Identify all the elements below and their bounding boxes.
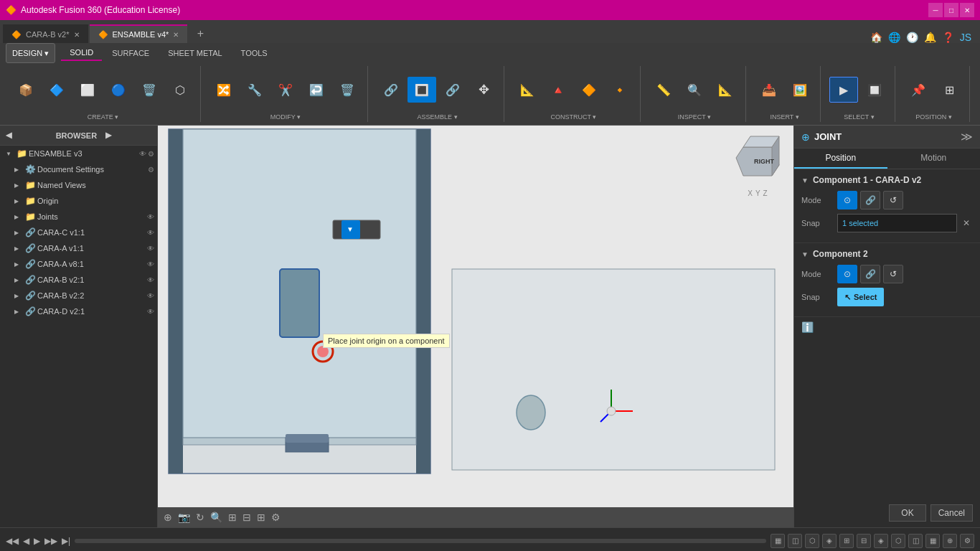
- tree-item-cara-c[interactable]: ▶ 🔗 CARA-C v1:1 👁: [0, 225, 157, 240]
- tab-cara-b[interactable]: 🔶 CARA-B v2* ✕: [3, 24, 88, 43]
- tab-cara-b-close[interactable]: ✕: [74, 31, 80, 39]
- vp-orbit-icon[interactable]: ↻: [196, 512, 204, 523]
- browser-collapse-icon[interactable]: ◀: [6, 131, 52, 140]
- assemble-joint-btn[interactable]: 🔳: [407, 77, 436, 103]
- construct-offset-plane-btn[interactable]: 📐: [513, 77, 542, 103]
- ribbon-tab-solid[interactable]: SOLID: [61, 45, 102, 61]
- tree-eye-cara-d[interactable]: 👁: [147, 308, 154, 316]
- vp-display-icon[interactable]: ⊟: [242, 512, 251, 523]
- anim-icon-1[interactable]: ▦: [771, 534, 785, 548]
- component2-header[interactable]: ▼ Component 2: [801, 249, 973, 259]
- component2-mode-snap-btn[interactable]: ⊙: [837, 265, 857, 283]
- create-hole-btn[interactable]: 🔵: [104, 77, 133, 103]
- assemble-joint-origin-btn[interactable]: 🔗: [438, 77, 467, 103]
- browser-expand-icon[interactable]: ▶: [105, 131, 151, 140]
- tree-eye-cara-b-v2[interactable]: 👁: [147, 292, 154, 300]
- window-controls[interactable]: ─ □ ✕: [928, 3, 974, 17]
- vp-camera-icon[interactable]: 📷: [178, 512, 190, 523]
- insert-canvas-btn[interactable]: 🖼️: [786, 77, 814, 103]
- create-coil-btn[interactable]: ⬡: [166, 77, 194, 103]
- home-icon[interactable]: 🏠: [870, 32, 882, 43]
- network-icon[interactable]: 🌐: [888, 32, 900, 43]
- modify-press-pull-btn[interactable]: 🔀: [209, 77, 238, 103]
- anim-icon-11[interactable]: ⊕: [943, 534, 957, 548]
- tree-item-origin[interactable]: ▶ 📁 Origin: [0, 193, 157, 209]
- vp-settings-icon[interactable]: ⚙: [271, 512, 281, 523]
- maximize-btn[interactable]: □: [944, 3, 958, 17]
- anim-play-icon[interactable]: ▶: [34, 536, 40, 546]
- joint-panel-expand[interactable]: ≫: [961, 130, 973, 143]
- tree-item-doc-settings[interactable]: ▶ ⚙️ Document Settings ⚙: [0, 161, 157, 177]
- modify-combine-btn[interactable]: 🗑️: [333, 77, 362, 103]
- insert-derive-btn[interactable]: 📥: [755, 77, 783, 103]
- nav-axis-y[interactable]: Y: [755, 189, 760, 197]
- tree-item-cara-d[interactable]: ▶ 🔗 CARA-D v2:1 👁: [0, 303, 157, 319]
- tree-item-root[interactable]: ▼ 📁 ENSAMBLE v3 👁 ⚙: [0, 146, 157, 161]
- nav-axis-x[interactable]: X: [748, 189, 753, 197]
- tree-eye-joints[interactable]: 👁: [147, 213, 154, 221]
- ribbon-tab-tools[interactable]: TOOLS: [232, 46, 276, 60]
- help-icon[interactable]: ❓: [942, 32, 954, 43]
- inspect-measure-btn[interactable]: 📏: [649, 77, 678, 103]
- select-box-btn[interactable]: 🔲: [860, 77, 889, 103]
- tree-eye-cara-a-v8[interactable]: 👁: [147, 260, 154, 268]
- component1-mode-link-btn[interactable]: 🔗: [860, 191, 880, 209]
- anim-prev-icon[interactable]: ◀: [23, 536, 29, 546]
- create-extrude-btn[interactable]: 🔷: [42, 77, 71, 103]
- tab-ensamble[interactable]: 🔶 ENSAMBLE v4* ✕: [90, 24, 188, 43]
- minimize-btn[interactable]: ─: [928, 3, 943, 17]
- component2-select-btn[interactable]: ↖ Select: [837, 288, 884, 306]
- construct-axis-btn[interactable]: 🔶: [575, 77, 603, 103]
- bell-icon[interactable]: 🔔: [924, 32, 936, 43]
- nav-axis-z[interactable]: Z: [763, 189, 768, 197]
- component1-mode-rotate-btn[interactable]: ↺: [883, 191, 903, 209]
- tree-eye-cara-c[interactable]: 👁: [147, 229, 154, 237]
- anim-icon-9[interactable]: ◫: [908, 534, 923, 548]
- tree-item-cara-b-v1[interactable]: ▶ 🔗 CARA-B v2:1 👁: [0, 272, 157, 288]
- create-new-body-btn[interactable]: 📦: [11, 77, 40, 103]
- tree-item-cara-a-v8[interactable]: ▶ 🔗 CARA-A v8:1 👁: [0, 256, 157, 272]
- position-capture-btn[interactable]: 📌: [904, 77, 933, 103]
- tree-eye-root[interactable]: 👁: [139, 150, 146, 158]
- select-btn[interactable]: ▶: [829, 77, 858, 103]
- tree-eye-cara-b-v1[interactable]: 👁: [147, 276, 154, 284]
- tab-ensamble-close[interactable]: ✕: [173, 31, 179, 39]
- component1-header[interactable]: ▼ Component 1 - CARA-D v2: [801, 175, 973, 185]
- tree-item-named-views[interactable]: ▶ 📁 Named Views: [0, 177, 157, 193]
- anim-icon-8[interactable]: ⬡: [891, 534, 905, 548]
- design-dropdown[interactable]: DESIGN ▾: [6, 43, 55, 63]
- animation-timeline[interactable]: [75, 539, 766, 543]
- assemble-move-btn[interactable]: ✥: [469, 77, 498, 103]
- panel-tab-position[interactable]: Position: [794, 149, 887, 169]
- ribbon-tab-surface[interactable]: SURFACE: [103, 46, 158, 60]
- user-icon[interactable]: JS: [960, 32, 971, 43]
- modify-fillet-btn[interactable]: 🔧: [240, 77, 269, 103]
- modify-shell-btn[interactable]: ↩️: [302, 77, 331, 103]
- anim-icon-7[interactable]: ◈: [874, 534, 888, 548]
- vp-zoom-fit-icon[interactable]: ⊞: [228, 512, 237, 523]
- anim-end-icon[interactable]: ▶|: [62, 536, 70, 546]
- assemble-new-component-btn[interactable]: 🔗: [377, 77, 405, 103]
- cancel-button[interactable]: Cancel: [930, 504, 973, 522]
- create-thread-btn[interactable]: 🗑️: [135, 77, 164, 103]
- close-btn[interactable]: ✕: [960, 3, 974, 17]
- component2-mode-link-btn[interactable]: 🔗: [860, 265, 880, 283]
- anim-next-icon[interactable]: ▶▶: [44, 536, 57, 546]
- tree-item-cara-b-v2[interactable]: ▶ 🔗 CARA-B v2:2 👁: [0, 288, 157, 303]
- anim-icon-10[interactable]: ▦: [925, 534, 940, 548]
- anim-icon-12[interactable]: ⚙: [960, 534, 974, 548]
- clock-icon[interactable]: 🕐: [906, 32, 918, 43]
- vp-grid-icon[interactable]: ⊞: [257, 512, 265, 523]
- panel-tab-motion[interactable]: Motion: [887, 149, 981, 169]
- ok-button[interactable]: OK: [889, 504, 925, 522]
- component1-snap-clear[interactable]: ✕: [960, 217, 973, 230]
- component1-mode-snap-btn[interactable]: ⊙: [837, 191, 857, 209]
- vp-zoom-icon[interactable]: 🔍: [210, 512, 222, 523]
- tree-settings-doc[interactable]: ⚙: [148, 166, 154, 174]
- viewport[interactable]: ▼ Place joint origin on a component: [158, 126, 793, 527]
- component2-mode-rotate-btn[interactable]: ↺: [883, 265, 903, 283]
- tab-add-btn[interactable]: +: [192, 24, 209, 43]
- modify-chamfer-btn[interactable]: ✂️: [271, 77, 300, 103]
- construct-tangent-plane-btn[interactable]: 🔺: [544, 77, 573, 103]
- anim-icon-3[interactable]: ⬡: [805, 534, 819, 548]
